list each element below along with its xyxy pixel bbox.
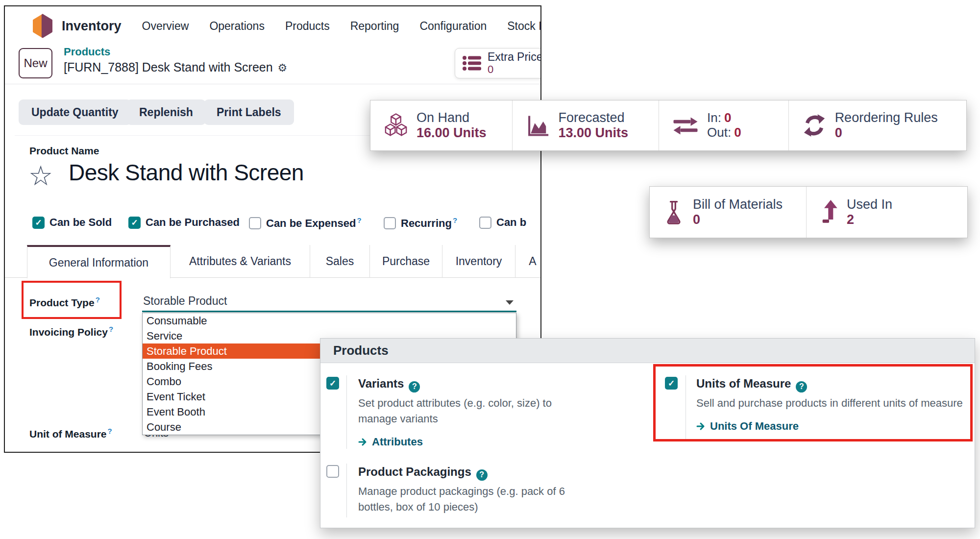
- on-hand-label: On Hand: [416, 110, 469, 125]
- product-packagings-description: Manage product packagings (e.g. pack of …: [358, 484, 593, 515]
- attributes-link[interactable]: Attributes: [358, 436, 423, 448]
- list-icon: [462, 53, 482, 73]
- can-be-sold-checkbox[interactable]: ✓ Can be Sold: [32, 216, 112, 229]
- help-circle-icon[interactable]: ?: [476, 469, 488, 481]
- new-button[interactable]: New: [19, 48, 52, 78]
- variants-checkbox[interactable]: ✓: [326, 377, 339, 390]
- out-line: Out:0: [707, 125, 741, 140]
- breadcrumb: Products [FURN_7888] Desk Stand with Scr…: [64, 46, 287, 74]
- help-question-mark: ?: [109, 325, 113, 333]
- breadcrumb-parent-link[interactable]: Products: [64, 46, 287, 58]
- can-be-expensed-checkbox[interactable]: Can be Expensed?: [249, 216, 362, 230]
- replenish-button[interactable]: Replenish: [126, 99, 206, 125]
- can-be-purchased-checkbox[interactable]: ✓ Can be Purchased: [128, 216, 240, 229]
- invoicing-policy-label: Invoicing Policy?: [29, 325, 113, 338]
- extra-prices-value: 0: [488, 63, 493, 75]
- extra-prices-label: Extra Prices: [488, 50, 541, 63]
- flask-icon: [662, 199, 685, 225]
- bill-of-materials-label: Bill of Materials: [693, 197, 783, 212]
- nav-item-operations[interactable]: Operations: [209, 20, 265, 33]
- forecasted-label: Forecasted: [559, 110, 625, 125]
- transfer-arrows-icon: [672, 114, 699, 137]
- reordering-rules-label: Reordering Rules: [835, 110, 938, 125]
- forecasted-value: 13.00 Units: [559, 125, 629, 140]
- gear-icon[interactable]: ⚙: [278, 62, 288, 74]
- arrow-right-icon: [358, 438, 368, 446]
- help-circle-icon[interactable]: ?: [409, 381, 420, 392]
- used-in-value: 2: [847, 212, 854, 227]
- product-packagings-title: Product Packagings?: [358, 465, 488, 481]
- checkbox-unchecked-icon[interactable]: [479, 217, 491, 229]
- tab-attributes-variants[interactable]: Attributes & Variants: [171, 245, 310, 278]
- top-navbar: Inventory Overview Operations Products R…: [31, 14, 541, 38]
- stat-buttons-strip: On Hand 16.00 Units Forecasted 13.00 Uni…: [370, 100, 967, 151]
- annotation-box-product-type: [22, 281, 122, 319]
- checkbox-unchecked-icon[interactable]: [249, 217, 261, 229]
- checkbox-checked-icon[interactable]: ✓: [128, 217, 141, 229]
- product-type-select[interactable]: Storable Product: [143, 294, 227, 308]
- checkbox-unchecked-icon[interactable]: [384, 217, 396, 229]
- used-in-label: Used In: [847, 197, 892, 212]
- nav-item-stock[interactable]: Stock M: [507, 20, 541, 33]
- recurring-checkbox[interactable]: Recurring?: [384, 216, 457, 230]
- update-quantity-button[interactable]: Update Quantity: [19, 99, 131, 125]
- can-be-rented-checkbox[interactable]: Can b: [479, 216, 526, 229]
- reordering-rules-value: 0: [835, 125, 842, 140]
- option-consumable[interactable]: Consumable: [143, 313, 516, 328]
- checkbox-checked-icon[interactable]: ✓: [32, 217, 45, 229]
- product-packagings-checkbox[interactable]: [326, 465, 339, 478]
- tab-purchase[interactable]: Purchase: [370, 245, 442, 278]
- area-chart-icon: [525, 112, 551, 139]
- variants-title: Variants?: [358, 377, 420, 392]
- tab-accounting[interactable]: A: [515, 245, 541, 278]
- annotation-box-units-of-measure: [653, 364, 973, 441]
- cubes-icon: [383, 112, 409, 139]
- in-line: In:0: [707, 110, 731, 125]
- screenshot-canvas: Inventory Overview Operations Products R…: [0, 0, 980, 539]
- nav-item-configuration[interactable]: Configuration: [419, 20, 487, 33]
- help-question-mark: ?: [453, 216, 457, 224]
- unit-of-measure-label: Unit of Measure?: [29, 427, 112, 440]
- tab-sales[interactable]: Sales: [310, 245, 370, 278]
- reordering-rules-stat-button[interactable]: Reordering Rules 0: [789, 100, 966, 150]
- inventory-app-icon[interactable]: [31, 14, 54, 38]
- in-out-stat-button[interactable]: In:0 Out:0: [659, 100, 789, 150]
- on-hand-stat-button[interactable]: On Hand 16.00 Units: [370, 100, 513, 150]
- help-question-mark: ?: [108, 427, 112, 435]
- breadcrumb-current: [FURN_7888] Desk Stand with Screen⚙: [64, 60, 287, 74]
- select-focus-underline: [142, 311, 516, 312]
- help-question-mark: ?: [357, 216, 361, 224]
- on-hand-value: 16.00 Units: [416, 125, 487, 140]
- divider: [346, 464, 347, 517]
- app-name: Inventory: [62, 19, 122, 34]
- refresh-icon: [802, 113, 827, 138]
- extra-prices-button[interactable]: Extra Prices 0: [455, 48, 541, 78]
- print-labels-button[interactable]: Print Labels: [204, 99, 294, 125]
- product-name-label: Product Name: [29, 145, 99, 157]
- tab-general-information[interactable]: General Information: [27, 245, 171, 278]
- product-title[interactable]: Desk Stand with Screen: [69, 159, 304, 186]
- header-separator: [5, 84, 541, 84]
- settings-panel-title: Products: [320, 339, 975, 363]
- used-in-button[interactable]: Used In 2: [807, 187, 967, 238]
- arrow-up-icon: [819, 199, 839, 225]
- bom-buttons-strip: Bill of Materials 0 Used In 2: [649, 186, 968, 238]
- favorite-star-icon[interactable]: ☆: [28, 162, 53, 190]
- nav-item-products[interactable]: Products: [285, 20, 330, 33]
- tab-inventory[interactable]: Inventory: [442, 245, 515, 278]
- chevron-down-icon[interactable]: [506, 300, 514, 305]
- forecasted-stat-button[interactable]: Forecasted 13.00 Units: [513, 100, 660, 150]
- bill-of-materials-button[interactable]: Bill of Materials 0: [650, 187, 807, 238]
- variants-description: Set product attributes (e.g. color, size…: [358, 395, 554, 427]
- divider: [346, 375, 347, 449]
- bill-of-materials-value: 0: [693, 212, 700, 227]
- nav-item-overview[interactable]: Overview: [142, 20, 189, 33]
- nav-item-reporting[interactable]: Reporting: [350, 20, 399, 33]
